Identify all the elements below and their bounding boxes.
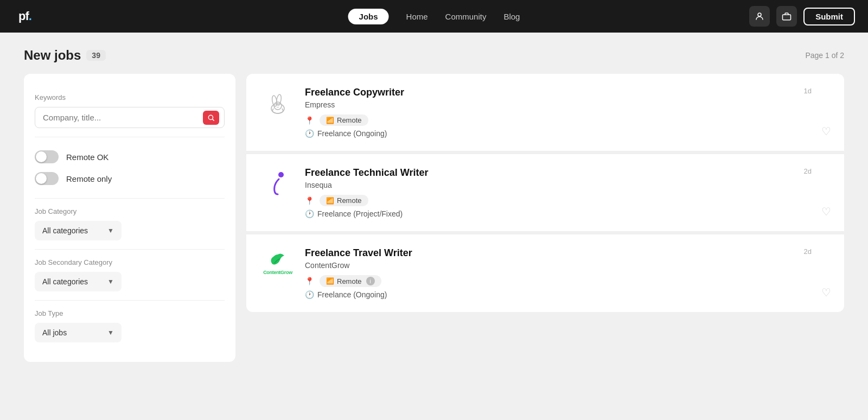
remote-only-row: Remote only [35,172,225,185]
logo-text: pf [18,9,29,23]
remote-only-toggle[interactable] [35,172,59,185]
save-job-button[interactable]: ♡ [821,125,831,138]
job-secondary-value: All categories [42,277,88,286]
job-type-text: Freelance (Project/Fixed) [317,209,403,218]
nav-links: Jobs Home Community Blog [348,9,520,24]
location-pin-icon: 📍 [305,277,314,285]
job-age: 1d [804,87,812,95]
keywords-section: Keywords [35,85,225,137]
location-text: Remote [337,277,362,285]
chevron-down-icon-3: ▼ [107,329,114,336]
job-secondary-dropdown[interactable]: All categories ▼ [35,272,122,291]
keywords-input[interactable] [35,107,225,128]
table-row[interactable]: Freelance Copywriter Empress 📍 📶 Remote … [246,74,844,151]
job-list: Freelance Copywriter Empress 📍 📶 Remote … [246,74,844,314]
save-job-button[interactable]: ♡ [821,286,831,299]
remote-badge: 📶 Remote [320,114,368,126]
table-row[interactable]: ContentGrow Freelance Travel Writer Cont… [246,234,844,312]
job-category-label: Job Category [35,207,225,215]
user-icon [755,11,764,21]
navbar: pf. Jobs Home Community Blog Submit [0,0,868,33]
job-type-value: All jobs [42,328,67,337]
job-type-section: Job Type All jobs ▼ [35,301,225,351]
location-pin-icon: 📍 [305,116,314,125]
logo[interactable]: pf. [13,6,37,27]
nav-jobs[interactable]: Jobs [348,9,389,24]
remote-ok-toggle[interactable] [35,150,59,163]
search-icon [203,111,219,125]
content-area: Keywords Remote OK Rem [24,74,844,362]
toggle-group: Remote OK Remote only [35,146,225,189]
job-meta: 📍 📶 Remote i [305,275,829,287]
chevron-down-icon: ▼ [107,227,114,234]
nav-actions: Submit [749,6,855,27]
sidebar: Keywords Remote OK Rem [24,74,235,362]
job-title: Freelance Technical Writer [305,167,829,179]
job-secondary-label: Job Secondary Category [35,258,225,266]
nav-community[interactable]: Community [445,12,487,21]
nav-blog[interactable]: Blog [503,12,520,21]
svg-rect-1 [783,15,791,20]
wifi-icon: 📶 [326,277,334,285]
wifi-icon: 📶 [326,117,334,124]
svg-point-9 [279,105,280,106]
submit-button[interactable]: Submit [803,8,855,26]
job-type-text: Freelance (Ongoing) [317,129,387,138]
job-type-label: Job Type [35,309,225,317]
job-secondary-category-section: Job Secondary Category All categories ▼ [35,250,225,301]
clock-icon: 🕐 [305,290,314,299]
location-text: Remote [337,116,362,124]
table-row[interactable]: Freelance Technical Writer Insequa 📍 📶 R… [246,154,844,232]
job-age: 2d [804,247,812,256]
remote-badge: 📶 Remote [320,195,368,206]
page-title-text: New jobs [24,48,81,63]
job-category-section: Job Category All categories ▼ [35,199,225,250]
user-icon-button[interactable] [749,6,770,27]
clock-icon: 🕐 [305,209,314,218]
job-type-row: 🕐 Freelance (Ongoing) [305,290,829,299]
job-type-text: Freelance (Ongoing) [317,290,387,299]
pagination-text: Page 1 of 2 [805,51,844,60]
job-age: 2d [804,167,812,175]
job-category-dropdown[interactable]: All categories ▼ [35,221,122,240]
page-header: New jobs 39 Page 1 of 2 [24,48,844,63]
remote-ok-label: Remote OK [66,152,108,162]
company-logo-insequa [261,167,294,200]
job-info-2: Freelance Technical Writer Insequa 📍 📶 R… [305,167,829,218]
job-category-value: All categories [42,226,88,235]
clock-icon: 🕐 [305,129,314,138]
svg-point-8 [276,105,277,106]
svg-line-3 [213,119,214,120]
svg-point-0 [758,13,761,16]
company-logo-empress [261,87,294,119]
svg-point-7 [274,102,282,110]
location-text: Remote [337,196,362,205]
remote-only-label: Remote only [66,174,112,183]
keywords-input-wrapper [35,107,225,128]
job-type-row: 🕐 Freelance (Ongoing) [305,129,829,138]
job-info-3: Freelance Travel Writer ContentGrow 📍 📶 … [305,247,829,299]
wifi-icon: 📶 [326,197,334,205]
job-count-badge: 39 [86,50,106,61]
company-logo-contentgrow: ContentGrow [261,247,294,280]
remote-filters-section: Remote OK Remote only [35,137,225,199]
remote-ok-row: Remote OK [35,150,225,163]
job-company: Insequa [305,181,829,189]
svg-point-10 [278,172,284,177]
nav-home[interactable]: Home [406,12,428,21]
job-type-row: 🕐 Freelance (Project/Fixed) [305,209,829,218]
job-type-dropdown[interactable]: All jobs ▼ [35,323,122,342]
briefcase-icon [782,11,792,21]
job-title: Freelance Travel Writer [305,247,829,259]
job-title: Freelance Copywriter [305,87,829,98]
chevron-down-icon-2: ▼ [107,278,114,285]
page-title-area: New jobs 39 [24,48,106,63]
remote-badge: 📶 Remote i [320,275,381,287]
save-job-button[interactable]: ♡ [821,205,831,218]
location-pin-icon: 📍 [305,196,314,205]
info-icon[interactable]: i [366,277,375,285]
briefcase-icon-button[interactable] [776,6,797,27]
page-container: New jobs 39 Page 1 of 2 Keywords [11,33,857,377]
job-meta: 📍 📶 Remote [305,195,829,206]
job-info-1: Freelance Copywriter Empress 📍 📶 Remote … [305,87,829,138]
